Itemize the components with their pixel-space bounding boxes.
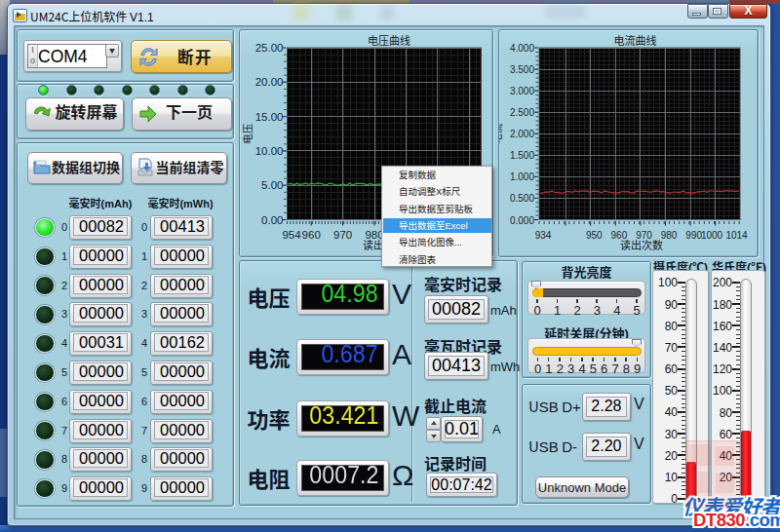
svg-text:电流曲线: 电流曲线 [614, 32, 657, 48]
svg-text:3.500: 3.500 [510, 64, 534, 75]
svg-text:读出次数: 读出次数 [620, 237, 663, 252]
svg-text:5.00: 5.00 [261, 179, 283, 191]
svg-text:954: 954 [282, 229, 301, 241]
svg-text:20.00: 20.00 [255, 76, 284, 88]
svg-text:2.500: 2.500 [510, 107, 534, 118]
svg-text:0.00: 0.00 [261, 214, 283, 226]
svg-text:电压曲线: 电压曲线 [368, 32, 410, 48]
svg-text:3.000: 3.000 [510, 86, 534, 96]
svg-text:1014: 1014 [725, 230, 748, 241]
svg-text:0.000: 0.000 [510, 215, 534, 226]
svg-text:950: 950 [586, 230, 603, 241]
svg-text:970: 970 [333, 229, 352, 241]
svg-text:0.500: 0.500 [510, 193, 534, 204]
svg-text:934: 934 [535, 230, 552, 241]
svg-text:1.500: 1.500 [510, 150, 534, 161]
svg-text:1.000: 1.000 [510, 171, 534, 182]
svg-text:电压: 电压 [240, 123, 254, 143]
svg-text:25.00: 25.00 [255, 42, 284, 54]
svg-text:15.00: 15.00 [255, 111, 284, 123]
svg-text:980: 980 [661, 230, 678, 241]
svg-text:960: 960 [302, 229, 321, 241]
svg-text:4.000: 4.000 [510, 43, 534, 54]
svg-text:电流: 电流 [499, 123, 504, 143]
svg-text:1000: 1000 [701, 230, 723, 241]
svg-text:2.000: 2.000 [510, 129, 534, 139]
svg-text:10.00: 10.00 [255, 145, 284, 157]
